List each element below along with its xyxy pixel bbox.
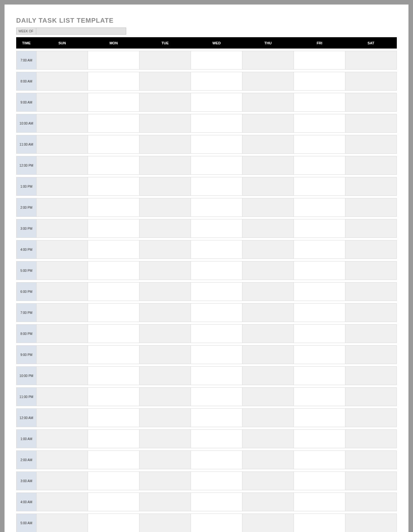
task-cell[interactable] [140, 198, 191, 217]
task-cell[interactable] [191, 135, 242, 154]
task-cell[interactable] [37, 198, 88, 217]
task-cell[interactable] [140, 240, 191, 259]
task-cell[interactable] [294, 72, 345, 91]
task-cell[interactable] [294, 409, 345, 427]
task-input[interactable] [140, 493, 191, 511]
task-input[interactable] [88, 114, 139, 132]
task-input[interactable] [37, 240, 88, 259]
task-cell[interactable] [37, 346, 88, 364]
task-input[interactable] [140, 409, 191, 427]
task-input[interactable] [140, 304, 191, 322]
task-input[interactable] [242, 177, 294, 195]
task-cell[interactable] [242, 325, 294, 343]
task-cell[interactable] [294, 51, 345, 70]
task-cell[interactable] [88, 409, 140, 427]
task-input[interactable] [242, 198, 294, 216]
task-cell[interactable] [88, 346, 140, 364]
task-cell[interactable] [242, 388, 294, 406]
task-input[interactable] [88, 72, 139, 90]
task-input[interactable] [345, 283, 396, 301]
task-input[interactable] [140, 472, 191, 490]
task-input[interactable] [37, 114, 88, 132]
task-cell[interactable] [88, 198, 140, 217]
task-input[interactable] [37, 156, 88, 174]
task-cell[interactable] [140, 261, 191, 280]
task-cell[interactable] [242, 304, 294, 322]
task-cell[interactable] [294, 135, 345, 154]
task-cell[interactable] [88, 93, 140, 112]
task-cell[interactable] [345, 114, 397, 133]
task-cell[interactable] [191, 283, 242, 301]
task-cell[interactable] [345, 261, 397, 280]
task-input[interactable] [345, 198, 396, 216]
task-input[interactable] [191, 325, 242, 343]
task-input[interactable] [191, 430, 242, 448]
task-cell[interactable] [88, 177, 140, 196]
task-input[interactable] [294, 156, 345, 174]
task-cell[interactable] [88, 514, 140, 532]
task-cell[interactable] [37, 177, 88, 196]
task-cell[interactable] [242, 177, 294, 196]
task-input[interactable] [88, 430, 139, 448]
task-input[interactable] [37, 51, 88, 69]
task-input[interactable] [294, 388, 345, 406]
task-cell[interactable] [191, 325, 242, 343]
task-input[interactable] [242, 240, 294, 259]
task-cell[interactable] [345, 409, 397, 427]
task-input[interactable] [88, 451, 139, 469]
task-cell[interactable] [294, 325, 345, 343]
task-input[interactable] [88, 177, 139, 195]
task-input[interactable] [140, 135, 191, 153]
task-input[interactable] [88, 198, 139, 216]
task-cell[interactable] [345, 388, 397, 406]
task-cell[interactable] [191, 514, 242, 532]
task-input[interactable] [191, 72, 242, 90]
task-input[interactable] [345, 219, 396, 238]
task-cell[interactable] [140, 177, 191, 196]
task-cell[interactable] [191, 304, 242, 322]
task-cell[interactable] [242, 72, 294, 91]
task-cell[interactable] [191, 409, 242, 427]
task-input[interactable] [191, 93, 242, 111]
task-input[interactable] [37, 325, 88, 343]
task-cell[interactable] [242, 451, 294, 469]
task-input[interactable] [294, 472, 345, 490]
task-cell[interactable] [242, 51, 294, 70]
task-input[interactable] [88, 219, 139, 238]
task-cell[interactable] [191, 93, 242, 112]
task-input[interactable] [294, 430, 345, 448]
task-input[interactable] [191, 219, 242, 238]
task-input[interactable] [140, 430, 191, 448]
task-input[interactable] [37, 472, 88, 490]
task-cell[interactable] [294, 283, 345, 301]
task-cell[interactable] [140, 409, 191, 427]
task-input[interactable] [294, 177, 345, 195]
task-input[interactable] [37, 367, 88, 385]
task-input[interactable] [88, 388, 139, 406]
task-input[interactable] [191, 346, 242, 364]
task-cell[interactable] [294, 93, 345, 112]
task-input[interactable] [242, 493, 294, 511]
task-cell[interactable] [294, 114, 345, 133]
task-cell[interactable] [37, 430, 88, 448]
task-input[interactable] [88, 367, 139, 385]
task-cell[interactable] [191, 156, 242, 175]
task-cell[interactable] [242, 114, 294, 133]
task-cell[interactable] [242, 430, 294, 448]
task-input[interactable] [88, 493, 139, 511]
task-input[interactable] [37, 346, 88, 364]
task-input[interactable] [294, 493, 345, 511]
task-cell[interactable] [242, 156, 294, 175]
task-cell[interactable] [37, 472, 88, 490]
task-cell[interactable] [191, 72, 242, 91]
task-cell[interactable] [140, 72, 191, 91]
task-input[interactable] [242, 156, 294, 174]
task-cell[interactable] [140, 493, 191, 511]
task-input[interactable] [294, 240, 345, 259]
task-input[interactable] [140, 240, 191, 259]
task-input[interactable] [191, 451, 242, 469]
task-input[interactable] [345, 51, 396, 69]
task-cell[interactable] [140, 283, 191, 301]
task-input[interactable] [242, 51, 294, 69]
task-input[interactable] [37, 451, 88, 469]
